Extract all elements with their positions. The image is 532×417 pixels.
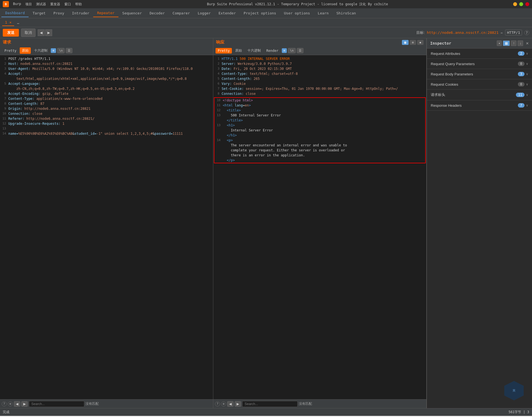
inspector-count-request-headers: 11 ∨ xyxy=(516,93,528,97)
view-grid-btn[interactable]: ▦ xyxy=(402,40,408,45)
request-tab-raw[interactable]: 原始 xyxy=(20,47,31,54)
resp-line-1: 1 HTTP/1.1 500 INTERNAL SERVER ERROR xyxy=(213,56,426,61)
resp-line-6: 6 Vary: Cookie xyxy=(213,81,426,86)
tab-repeater[interactable]: Repeater xyxy=(93,9,118,17)
request-header: 请求 xyxy=(0,38,213,46)
request-tab-hex[interactable]: 十六进制 xyxy=(32,47,50,54)
menu-help[interactable]: 帮助 xyxy=(75,2,82,7)
tab-shiroscan[interactable]: ShiroScan xyxy=(333,9,360,17)
resp-line-12: 12 <title> xyxy=(214,108,425,113)
resp-line-18: 14 <p> xyxy=(214,138,425,143)
request-search-prev[interactable]: ◀ xyxy=(14,401,20,407)
tab-user-options[interactable]: User options xyxy=(280,9,314,17)
resp-line-16: Internal Server Error xyxy=(214,128,425,133)
response-tab-raw[interactable]: 原始 xyxy=(233,47,244,54)
tab-learn[interactable]: Learn xyxy=(314,9,333,17)
inspector-view-btn1[interactable]: ▪ xyxy=(497,40,502,46)
inspector-row-cookies[interactable]: Request Cookies 0 ∨ xyxy=(427,79,532,90)
tab-target[interactable]: Target xyxy=(29,9,49,17)
request-search-help[interactable]: ? xyxy=(2,401,7,406)
inspector-row-request-headers[interactable]: 请求标头 11 ∨ xyxy=(427,90,532,100)
nav-forward-button[interactable]: ▶ xyxy=(45,29,52,36)
chevron-request-headers: ∨ xyxy=(526,93,528,97)
menu-project[interactable]: 项目 xyxy=(25,2,32,7)
edit-target-icon[interactable]: ✏ xyxy=(501,30,503,35)
send-button[interactable]: 发送 xyxy=(3,29,19,37)
line-6: 6 Accept-Encoding: gzip, deflate xyxy=(0,91,213,96)
status-right: 561字节 | 3 xyxy=(508,410,529,415)
request-search-next[interactable]: ▶ xyxy=(21,401,28,407)
tab-logger[interactable]: Logger xyxy=(194,9,215,17)
tab-project-options[interactable]: Project options xyxy=(240,9,280,17)
title-bar-left: B Burp 项目 测试器 重发器 窗口 帮助 xyxy=(3,1,82,7)
maximize-button[interactable]: □ xyxy=(519,2,523,6)
response-search-help[interactable]: ? xyxy=(215,401,220,406)
view-compact-btn[interactable]: ▪ xyxy=(417,40,424,45)
tab-sequencer[interactable]: Sequencer xyxy=(118,9,146,17)
request-tab-pretty[interactable]: Pretty xyxy=(2,48,19,54)
resp-line-20: complete your request. Either the server… xyxy=(214,148,425,153)
request-format-btn[interactable]: ≡ xyxy=(51,48,56,53)
watermark-text: 英 xyxy=(513,389,515,393)
help-icon[interactable]: ? xyxy=(524,30,529,35)
response-more-btn[interactable]: ☰ xyxy=(297,48,303,53)
request-search-settings[interactable]: ⚙ xyxy=(8,401,13,406)
inspector-row-request-attributes[interactable]: Request Attributes 2 ∨ xyxy=(427,49,532,59)
tab-comparer[interactable]: Comparer xyxy=(169,9,194,17)
resp-line-10: 10 <!doctype html> xyxy=(214,98,425,103)
subtab-dots[interactable]: … xyxy=(14,19,22,26)
menu-resender[interactable]: 重发器 xyxy=(50,2,60,7)
close-button[interactable]: ✕ xyxy=(525,2,529,6)
inspector-sort-asc-btn[interactable]: ↑ xyxy=(511,40,516,46)
request-wrap-btn[interactable]: \n xyxy=(57,48,65,53)
response-wrap-btn[interactable]: \n xyxy=(288,48,295,53)
line-10: 10 Connection: close xyxy=(0,111,213,116)
inspector-close-btn[interactable]: ✕ xyxy=(526,40,529,46)
chevron-query-params: ∨ xyxy=(526,62,528,66)
nav-arrows: ◀ ▶ xyxy=(38,29,52,36)
resp-line-3: 3 Date: Fri, 20 Oct 2023 02:15:30 GMT xyxy=(213,66,426,71)
response-search-input[interactable] xyxy=(242,401,298,407)
resp-line-13: 13 500 Internal Server Error xyxy=(214,113,425,118)
response-search-next[interactable]: ▶ xyxy=(235,401,241,407)
tab-decoder[interactable]: Decoder xyxy=(146,9,169,17)
response-search-prev[interactable]: ◀ xyxy=(227,401,234,407)
nav-bar: Dashboard Target Proxy Intruder Repeater… xyxy=(0,8,532,18)
menu-burp[interactable]: Burp xyxy=(13,2,21,7)
inspector-panel: Inspector ▪ ▦ ↑ ↓ ✕ Request Attributes 2… xyxy=(427,38,532,408)
resp-line-7: 7 Set-Cookie: session=; Expires=Thu, 01 … xyxy=(213,86,426,91)
menu-tester[interactable]: 测试器 xyxy=(36,2,46,7)
cancel-button[interactable]: 取消 xyxy=(21,29,36,37)
response-format-btn[interactable]: ≡ xyxy=(282,48,287,53)
request-search-input[interactable] xyxy=(29,401,84,407)
subtab-1[interactable]: 1 × xyxy=(2,19,14,26)
response-tab-render[interactable]: Render xyxy=(264,48,280,54)
request-toolbar: Pretty 原始 十六进制 ≡ \n ☰ xyxy=(0,46,213,55)
count-badge-query-params: 0 xyxy=(518,62,525,66)
inspector-label-request-attributes: Request Attributes xyxy=(431,52,460,56)
tab-intruder[interactable]: Intruder xyxy=(68,9,93,17)
status-left: 完成 xyxy=(3,410,9,415)
inspector-row-body-params[interactable]: Request Body Parameters 3 ∨ xyxy=(427,69,532,79)
response-tab-hex[interactable]: 十六进制 xyxy=(245,47,263,54)
count-badge-request-headers: 11 xyxy=(516,93,524,97)
inspector-sort-desc-btn[interactable]: ↓ xyxy=(518,40,523,46)
nav-back-button[interactable]: ◀ xyxy=(38,29,45,36)
tab-dashboard[interactable]: Dashboard xyxy=(1,9,29,17)
inspector-row-response-headers[interactable]: Response Headers 7 ∨ xyxy=(427,100,532,111)
main-content: 请求 Pretty 原始 十六进制 ≡ \n ☰ 1 POST /grades … xyxy=(0,38,532,408)
response-tab-pretty[interactable]: Pretty xyxy=(216,48,232,54)
request-no-match: 没有匹配 xyxy=(85,401,99,406)
view-list-btn[interactable]: ≡ xyxy=(410,40,416,45)
tab-extender[interactable]: Extender xyxy=(215,9,240,17)
response-search-settings[interactable]: ⚙ xyxy=(221,401,226,406)
menu-window[interactable]: 窗口 xyxy=(64,2,71,7)
resp-line-19: The server encountered an internal error… xyxy=(214,143,425,148)
tab-proxy[interactable]: Proxy xyxy=(49,9,68,17)
inspector-row-query-params[interactable]: Request Query Parameters 0 ∨ xyxy=(427,59,532,69)
request-more-btn[interactable]: ☰ xyxy=(66,48,72,53)
inspector-view-btn2[interactable]: ▦ xyxy=(503,40,510,46)
window-title: Burp Suite Professional v2021.12.1 - Tem… xyxy=(207,2,388,7)
inspector-count-cookies: 0 ∨ xyxy=(518,82,528,87)
minimize-button[interactable]: ─ xyxy=(513,2,517,6)
